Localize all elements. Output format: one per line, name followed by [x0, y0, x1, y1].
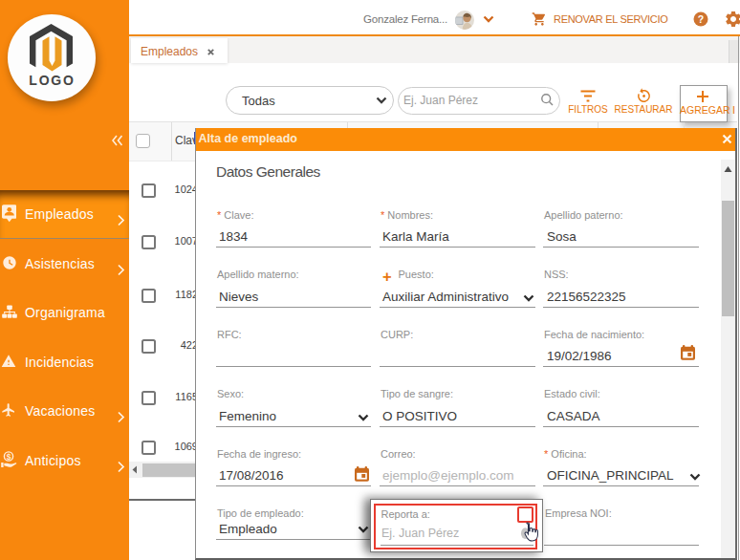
svg-text:?: ?: [698, 13, 704, 25]
svg-text:$: $: [7, 451, 11, 461]
